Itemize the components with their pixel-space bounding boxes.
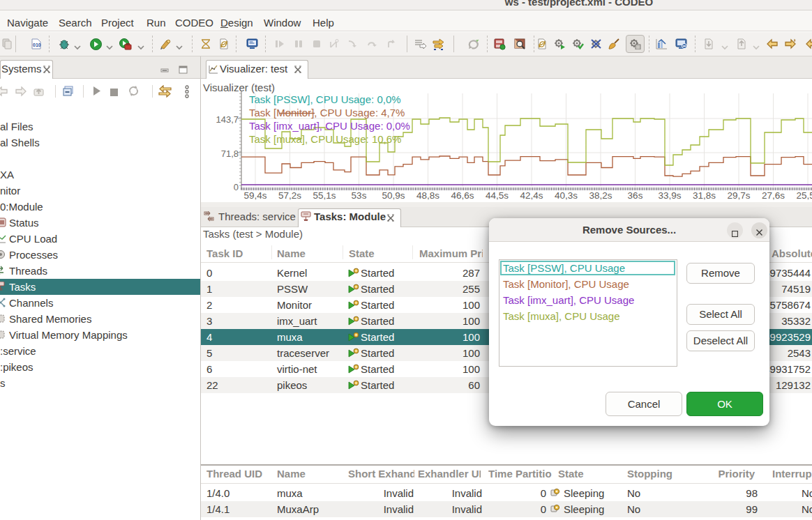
svg-text:31,8s: 31,8s xyxy=(693,190,716,201)
svg-text:143,7: 143,7 xyxy=(216,114,239,125)
svg-text:42,4s: 42,4s xyxy=(520,190,543,201)
svg-text:Task [PSSW], CPU Usage: 0,0%: Task [PSSW], CPU Usage: 0,0% xyxy=(249,93,401,105)
svg-text:59,4s: 59,4s xyxy=(243,190,266,201)
svg-text:71,8: 71,8 xyxy=(221,148,239,159)
svg-text:010: 010 xyxy=(33,43,41,47)
svg-text:36s: 36s xyxy=(628,190,643,201)
svg-text:48,8s: 48,8s xyxy=(416,190,439,201)
svg-text:55,1s: 55,1s xyxy=(313,190,336,201)
svg-text:40,3s: 40,3s xyxy=(555,190,578,201)
svg-text:33,9s: 33,9s xyxy=(658,190,681,201)
svg-text:53s: 53s xyxy=(352,190,367,201)
svg-text:Task [muxa], CPU Usage: 10,6%: Task [muxa], CPU Usage: 10,6% xyxy=(249,133,401,145)
svg-text:50,9s: 50,9s xyxy=(382,190,405,201)
svg-text:Task [imx_uart], CPU Usage: 0,: Task [imx_uart], CPU Usage: 0,0% xyxy=(249,120,410,132)
svg-text:44,5s: 44,5s xyxy=(486,190,509,201)
svg-text:38,2s: 38,2s xyxy=(589,190,612,201)
svg-text:25,5s: 25,5s xyxy=(796,190,812,201)
svg-text:57,2s: 57,2s xyxy=(278,190,301,201)
svg-text:29,7s: 29,7s xyxy=(727,190,750,201)
svg-text:46,6s: 46,6s xyxy=(451,190,474,201)
svg-text:0: 0 xyxy=(234,182,239,192)
svg-text:27,6s: 27,6s xyxy=(762,190,785,201)
svg-text:Task [Monitor], CPU Usage: 4,7: Task [Monitor], CPU Usage: 4,7% xyxy=(249,107,405,118)
